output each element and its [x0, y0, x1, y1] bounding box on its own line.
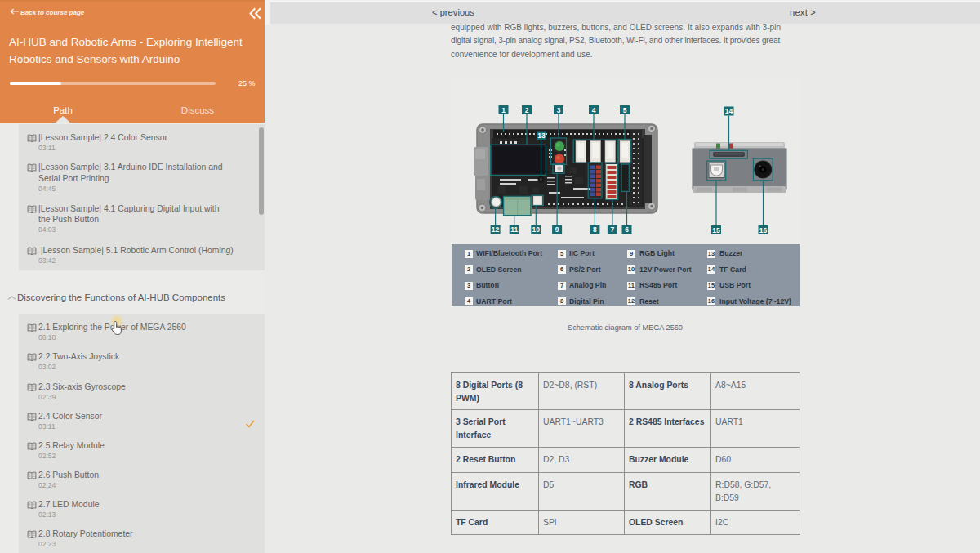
svg-text:1: 1 — [501, 106, 506, 114]
svg-text:6: 6 — [625, 225, 629, 234]
svg-text:10: 10 — [532, 225, 541, 234]
svg-text:13: 13 — [537, 132, 546, 140]
svg-text:5: 5 — [623, 106, 627, 114]
svg-text:9: 9 — [555, 225, 559, 234]
svg-text:2: 2 — [525, 106, 529, 114]
svg-text:15: 15 — [712, 226, 720, 234]
svg-text:11: 11 — [510, 225, 518, 234]
svg-text:7: 7 — [611, 225, 615, 234]
svg-text:16: 16 — [760, 226, 768, 234]
svg-text:12: 12 — [492, 225, 500, 234]
svg-text:14: 14 — [725, 107, 733, 115]
svg-text:3: 3 — [557, 106, 561, 114]
svg-text:4: 4 — [592, 106, 596, 114]
svg-text:8: 8 — [593, 225, 597, 234]
